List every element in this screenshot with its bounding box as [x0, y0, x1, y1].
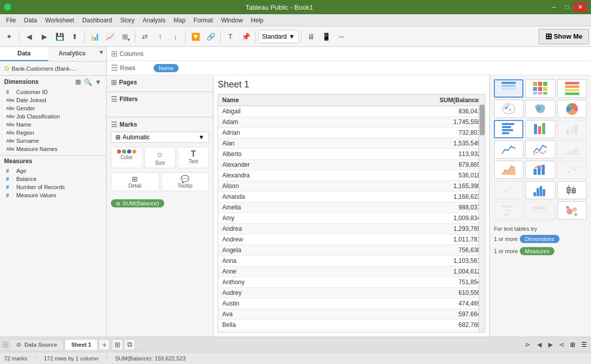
col-value-header[interactable]: SUM(Balance): [330, 95, 485, 106]
chart-filled-map[interactable]: [525, 100, 555, 118]
tab-analytics[interactable]: Analytics: [48, 47, 97, 61]
table-row[interactable]: Andrea1,293,765: [218, 224, 485, 234]
dim-job-classification[interactable]: Abc Job Classification: [0, 112, 106, 120]
dim-region[interactable]: Abc Region: [0, 129, 106, 137]
chart-pie[interactable]: [557, 100, 587, 118]
chart-heat-map[interactable]: [525, 79, 555, 98]
toolbar-label-btn[interactable]: T: [223, 29, 238, 44]
table-row[interactable]: Abigail836,041: [218, 106, 485, 117]
menu-help[interactable]: Help: [247, 16, 268, 25]
marks-size-btn[interactable]: ○ Size: [144, 147, 176, 168]
menu-analysis[interactable]: Analysis: [139, 16, 170, 25]
maximize-button[interactable]: □: [560, 2, 574, 12]
marks-type-dropdown[interactable]: ⊞ Automatic ▼: [111, 132, 209, 143]
tab-data-source[interactable]: ⊙ Data Source: [10, 339, 64, 350]
table-row[interactable]: Anthony751,854: [218, 277, 485, 288]
nav-last-btn[interactable]: ⊲: [556, 340, 567, 350]
toolbar-save-btn[interactable]: 💾: [52, 29, 67, 44]
more-icon[interactable]: ▼: [94, 78, 102, 86]
table-row[interactable]: Angela756,630: [218, 245, 485, 256]
minimize-button[interactable]: –: [547, 2, 560, 12]
close-button[interactable]: ✕: [574, 2, 587, 12]
toolbar-publish-btn[interactable]: ⬆: [68, 29, 82, 44]
table-row[interactable]: Alberto113,932: [218, 149, 485, 160]
nav-next-btn[interactable]: ▶: [545, 340, 555, 350]
standard-dropdown[interactable]: Standard ▼: [258, 30, 299, 43]
toolbar-swap-btn[interactable]: ⇄: [138, 29, 152, 44]
toolbar-back-btn[interactable]: ◀: [22, 29, 36, 44]
table-row[interactable]: Alan1,535,549: [218, 138, 485, 149]
chart-horizontal-bar[interactable]: [494, 120, 523, 138]
scroll-thumb[interactable]: [480, 105, 485, 135]
add-sheet-btn[interactable]: +: [99, 339, 110, 350]
table-row[interactable]: Audrey610,550: [218, 288, 485, 298]
chart-bubble[interactable]: [557, 201, 587, 220]
dim-surname[interactable]: Abc Surname: [0, 137, 106, 145]
chart-symbol-map[interactable]: [494, 100, 523, 118]
table-row[interactable]: Bella682,760: [218, 320, 485, 330]
toolbar-forward-btn[interactable]: ▶: [37, 29, 51, 44]
menu-window[interactable]: Window: [217, 16, 247, 25]
grid-layout-btn[interactable]: ⊞: [568, 340, 578, 350]
toolbar-filter-btn[interactable]: 🔽: [188, 29, 202, 44]
menu-map[interactable]: Map: [169, 16, 189, 25]
toolbar-device-btn[interactable]: 🖥: [304, 29, 318, 44]
chart-line[interactable]: [494, 140, 523, 159]
chart-stacked-bar[interactable]: [525, 120, 555, 138]
dim-gender[interactable]: Abc Gender: [0, 104, 106, 112]
table-row[interactable]: Austin474,469: [218, 298, 485, 309]
menu-worksheet[interactable]: Worksheet: [41, 16, 78, 25]
menu-dashboard[interactable]: Dashboard: [78, 16, 116, 25]
toolbar-sort-desc-btn[interactable]: ↓: [168, 29, 183, 44]
toolbar-chart2-btn[interactable]: 📈: [103, 29, 117, 44]
show-me-dim-tag[interactable]: Dimensions: [520, 235, 559, 243]
meas-measure-values[interactable]: # Measure Values: [0, 191, 106, 199]
marks-detail-btn[interactable]: ⊞ Detail: [111, 172, 159, 191]
table-row[interactable]: Alexander879,865: [218, 160, 485, 170]
show-me-button[interactable]: ⊞ Show Me: [539, 29, 589, 44]
add-sheet2-btn[interactable]: ⊞: [112, 339, 123, 350]
tab-data[interactable]: Data: [0, 47, 48, 61]
table-row[interactable]: Amelia988,037: [218, 202, 485, 213]
chart-text-table[interactable]: [494, 79, 523, 98]
meas-number-of-records[interactable]: # Number of Records: [0, 183, 106, 191]
duplicate-sheet-btn[interactable]: ⧉: [124, 339, 135, 350]
table-row[interactable]: Adrian732,801: [218, 128, 485, 138]
data-table-container[interactable]: Name SUM(Balance) Abigail836,041Adam1,74…: [218, 94, 485, 332]
chart-histogram[interactable]: [525, 181, 555, 199]
table-row[interactable]: Anna1,103,561: [218, 256, 485, 266]
menu-format[interactable]: Format: [190, 16, 217, 25]
marks-text-btn[interactable]: T Text: [178, 147, 209, 168]
toolbar-sort-asc-btn[interactable]: ↑: [153, 29, 167, 44]
table-row[interactable]: Alison1,165,390: [218, 181, 485, 192]
toolbar-new-btn[interactable]: ✦: [2, 29, 16, 44]
chart-area-filled[interactable]: [494, 161, 523, 179]
table-row[interactable]: Ava597,664: [218, 309, 485, 320]
table-row[interactable]: Anne1,004,612: [218, 266, 485, 277]
menu-data[interactable]: Data: [20, 16, 41, 25]
col-name-header[interactable]: Name: [218, 95, 330, 106]
menu-file[interactable]: File: [2, 16, 20, 25]
meas-balance[interactable]: # Balance: [0, 175, 106, 183]
search-icon[interactable]: 🔍: [84, 78, 92, 86]
toolbar-pin-btn[interactable]: 📌: [239, 29, 253, 44]
rows-pill[interactable]: Name: [154, 64, 179, 72]
toolbar-chart3-btn[interactable]: ⊞▼: [118, 29, 132, 44]
chart-box-whisker[interactable]: [557, 181, 587, 199]
toolbar-chart-btn[interactable]: 📊: [87, 29, 102, 44]
panel-config-btn[interactable]: ▼: [96, 47, 106, 61]
table-row[interactable]: Amy1,009,834: [218, 213, 485, 224]
tab-sheet1[interactable]: Sheet 1: [65, 339, 98, 350]
marks-sum-balance-pill[interactable]: ⊞ SUM(Balance): [111, 199, 164, 207]
menu-story[interactable]: Story: [116, 16, 139, 25]
scrollbar[interactable]: [479, 95, 485, 332]
grid-view-icon[interactable]: ⊞: [74, 78, 82, 86]
list-layout-btn[interactable]: ☰: [579, 340, 589, 350]
nav-prev-btn[interactable]: ◀: [534, 340, 544, 350]
table-row[interactable]: Amanda1,166,623: [218, 192, 485, 202]
show-me-meas-tag[interactable]: Measures: [520, 247, 554, 255]
table-row[interactable]: Adam1,745,558: [218, 117, 485, 128]
meas-age[interactable]: # Age: [0, 167, 106, 175]
marks-tooltip-btn[interactable]: 💬 Tooltip: [161, 172, 210, 191]
table-row[interactable]: Alexandra536,018: [218, 170, 485, 181]
